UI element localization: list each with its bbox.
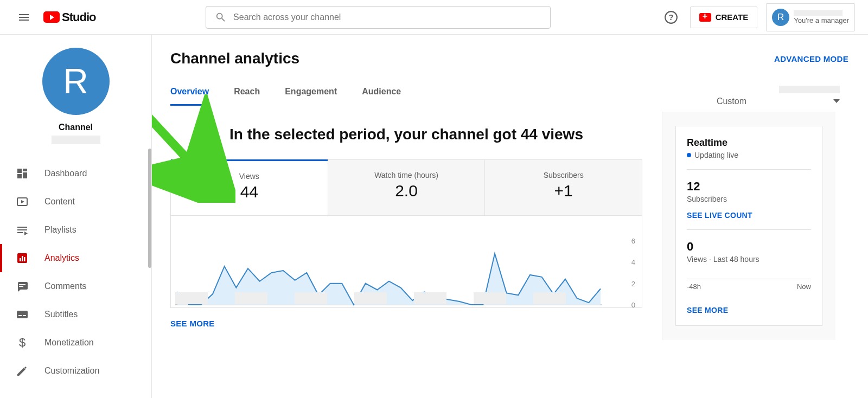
help-icon: ? — [664, 10, 678, 24]
search-input[interactable] — [233, 12, 541, 22]
svg-rect-4 — [20, 258, 21, 261]
tabs-row: OverviewReachEngagementAudience Custom — [170, 86, 868, 106]
nav-label: Dashboard — [44, 169, 87, 178]
y-tick-label: 6 — [631, 237, 635, 245]
see-live-count-link[interactable]: SEE LIVE COUNT — [687, 211, 811, 220]
svg-rect-8 — [19, 286, 23, 287]
y-tick-label: 4 — [631, 258, 635, 266]
account-text: You're a manager — [794, 10, 849, 24]
sidebar-item-subtitles[interactable]: Subtitles — [0, 300, 151, 329]
metric-card-views[interactable]: Views44 — [171, 159, 328, 215]
svg-rect-7 — [19, 284, 25, 285]
channel-label: Channel — [59, 123, 93, 132]
studio-logo[interactable]: Studio — [43, 10, 95, 24]
sidebar-item-dashboard[interactable]: Dashboard — [0, 159, 151, 188]
metric-card-subscribers[interactable]: Subscribers+1 — [484, 159, 642, 215]
search-icon — [215, 11, 227, 23]
menu-icon — [17, 11, 30, 24]
date-range-picker[interactable]: Custom — [717, 86, 840, 106]
create-video-icon — [699, 13, 711, 22]
top-header: Studio ? CREATE R You're a manager — [0, 0, 868, 35]
nav-label: Subtitles — [44, 310, 78, 319]
channel-block[interactable]: R Channel — [0, 48, 151, 144]
channel-name-placeholder — [52, 136, 100, 144]
y-tick-label: 0 — [631, 301, 635, 309]
metric-label: Subscribers — [544, 171, 584, 179]
svg-text:$: $ — [19, 336, 25, 349]
content-row: In the selected period, your channel got… — [170, 112, 868, 340]
create-label: CREATE — [716, 12, 749, 22]
realtime-title: Realtime — [687, 137, 811, 149]
realtime-views-label: Views · Last 48 hours — [687, 255, 811, 264]
sidebar-item-customization[interactable]: Customization — [0, 357, 151, 385]
nav-label: Monetization — [44, 338, 94, 348]
content-icon — [15, 195, 29, 209]
body: R Channel DashboardContentPlaylistsAnaly… — [0, 35, 868, 398]
channel-avatar: R — [42, 48, 110, 115]
tab-overview[interactable]: Overview — [170, 87, 209, 106]
realtime-column: Realtime Updating live 12 Subscribers SE… — [662, 112, 835, 340]
metric-value: 44 — [240, 183, 258, 201]
metric-label: Views — [239, 172, 259, 181]
create-button[interactable]: CREATE — [690, 7, 758, 28]
views-chart[interactable]: 0246 — [170, 216, 642, 308]
svg-text:?: ? — [668, 12, 673, 22]
header-right: ? CREATE R You're a manager — [661, 3, 855, 31]
svg-rect-5 — [22, 256, 23, 261]
realtime-range: -48h Now — [687, 283, 811, 291]
realtime-see-more-link[interactable]: SEE MORE — [687, 306, 811, 314]
live-dot-icon — [687, 153, 691, 157]
tabs: OverviewReachEngagementAudience — [170, 87, 401, 106]
youtube-logo-icon — [43, 11, 60, 23]
metric-value: 2.0 — [395, 182, 418, 200]
sidebar-scrollbar[interactable] — [148, 149, 151, 268]
account-name-placeholder — [794, 10, 843, 16]
tab-reach[interactable]: Reach — [234, 87, 260, 106]
tab-audience[interactable]: Audience — [362, 87, 401, 106]
realtime-subs-label: Subscribers — [687, 195, 811, 203]
hamburger-menu-button[interactable] — [13, 7, 35, 28]
sidebar-item-content[interactable]: Content — [0, 188, 151, 216]
x-ticks — [175, 292, 623, 304]
metric-cards: Views44Watch time (hours)2.0Subscribers+… — [170, 159, 642, 216]
page-title: Channel analytics — [170, 50, 299, 67]
monetization-icon: $ — [15, 336, 29, 350]
realtime-card: Realtime Updating live 12 Subscribers SE… — [675, 126, 822, 326]
search-box[interactable] — [206, 6, 551, 29]
metric-label: Watch time (hours) — [374, 171, 438, 179]
sidebar-item-playlists[interactable]: Playlists — [0, 216, 151, 244]
headline: In the selected period, your channel got… — [170, 126, 642, 143]
nav-label: Playlists — [44, 225, 76, 235]
sidebar-item-monetization[interactable]: $Monetization — [0, 329, 151, 357]
customization-icon — [15, 364, 29, 378]
avatar-small: R — [772, 9, 789, 26]
svg-rect-9 — [17, 311, 28, 318]
analytics-left-column: In the selected period, your channel got… — [170, 112, 642, 340]
tab-engagement[interactable]: Engagement — [285, 87, 337, 106]
advanced-mode-link[interactable]: ADVANCED MODE — [774, 54, 848, 63]
dashboard-icon — [15, 166, 29, 181]
svg-rect-11 — [23, 315, 26, 316]
main-content: Channel analytics ADVANCED MODE Overview… — [152, 35, 868, 398]
sidebar-item-comments[interactable]: Comments — [0, 272, 151, 300]
sidebar: R Channel DashboardContentPlaylistsAnaly… — [0, 35, 152, 398]
metric-card-watch-time-hours-[interactable]: Watch time (hours)2.0 — [328, 159, 485, 215]
logo-text: Studio — [62, 10, 95, 24]
account-switcher[interactable]: R You're a manager — [766, 3, 855, 31]
page-title-row: Channel analytics ADVANCED MODE — [170, 50, 868, 67]
analytics-icon — [15, 251, 29, 265]
search-container — [95, 6, 660, 29]
date-range-label: Custom — [717, 97, 746, 106]
svg-rect-10 — [18, 315, 22, 316]
nav-label: Analytics — [44, 253, 79, 263]
see-more-link[interactable]: SEE MORE — [170, 319, 642, 328]
nav-label: Customization — [44, 366, 99, 376]
realtime-range-start: -48h — [687, 283, 701, 291]
realtime-subs-value: 12 — [687, 179, 811, 194]
nav-label: Content — [44, 197, 75, 207]
svg-rect-6 — [24, 257, 25, 261]
metric-value: +1 — [554, 182, 573, 200]
help-button[interactable]: ? — [661, 7, 681, 28]
sidebar-item-analytics[interactable]: Analytics — [0, 244, 151, 272]
account-role: You're a manager — [794, 16, 849, 24]
